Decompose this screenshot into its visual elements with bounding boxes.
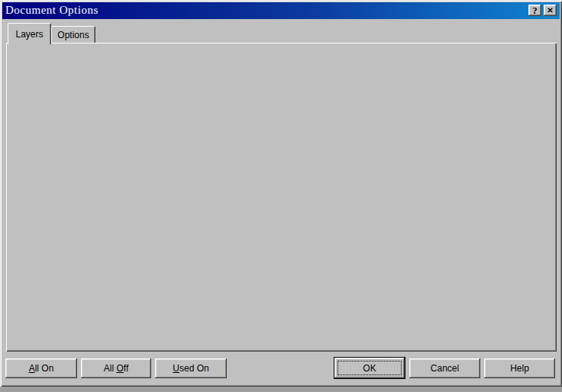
close-icon[interactable]: ✕ bbox=[544, 5, 557, 16]
question-mark-icon: ? bbox=[532, 5, 538, 17]
cancel-button[interactable]: Cancel bbox=[409, 358, 480, 378]
document-options-dialog: Document Options ? ✕ Layers Options Sign… bbox=[0, 0, 562, 387]
used-on-button[interactable]: Used On bbox=[155, 358, 227, 378]
tab-options[interactable]: Options bbox=[51, 26, 95, 43]
ok-button[interactable]: OK bbox=[334, 357, 405, 379]
x-icon: ✕ bbox=[547, 6, 553, 14]
tab-layers-label: Layers bbox=[15, 29, 43, 40]
help-button-label: Help bbox=[510, 363, 529, 374]
help-icon[interactable]: ? bbox=[528, 5, 541, 16]
all-on-button[interactable]: All On bbox=[5, 358, 77, 378]
title-bar[interactable]: Document Options ? ✕ bbox=[2, 2, 560, 19]
tab-options-label: Options bbox=[57, 30, 89, 40]
all-off-button[interactable]: All Off bbox=[81, 358, 151, 378]
tab-layers[interactable]: Layers bbox=[8, 23, 51, 44]
help-button[interactable]: Help bbox=[484, 358, 555, 378]
cancel-button-label: Cancel bbox=[431, 363, 459, 374]
ok-button-label: OK bbox=[363, 363, 376, 374]
layers-tab-panel bbox=[6, 43, 557, 352]
window-title: Document Options bbox=[5, 4, 99, 17]
